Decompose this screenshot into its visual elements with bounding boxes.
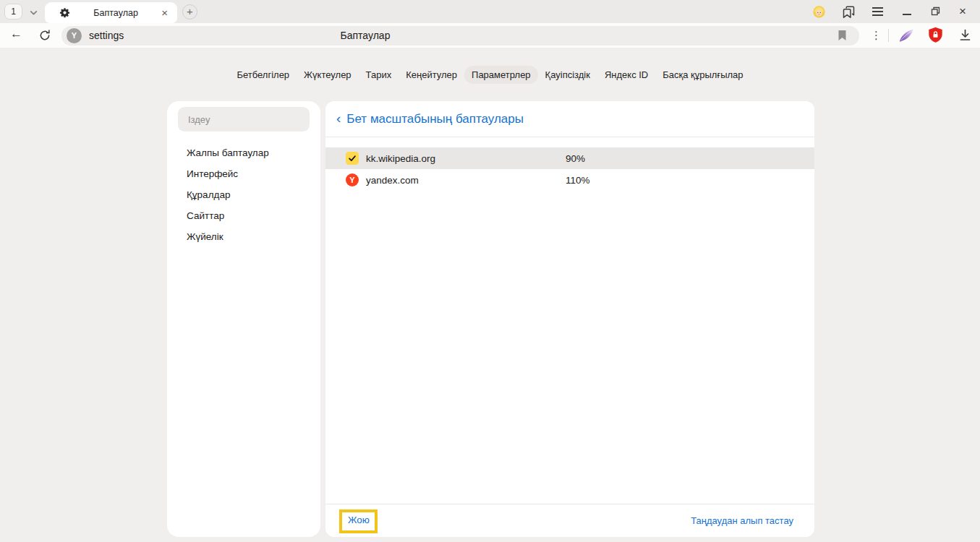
omnibox-menu-dots-icon[interactable]: ⋮: [871, 26, 882, 45]
tab-close-icon[interactable]: ×: [161, 7, 168, 18]
protect-shield-icon[interactable]: [928, 27, 943, 46]
table-row-wikipedia[interactable]: kk.wikipedia.org 90%: [325, 147, 814, 169]
page-title[interactable]: Бет масштабының баптаулары: [346, 112, 524, 126]
tab-title: Баптаулар: [70, 8, 161, 18]
search-input[interactable]: [178, 107, 310, 132]
chevron-down-icon: [29, 7, 38, 17]
omnibox-page-title: Баптаулар: [61, 26, 669, 46]
sidebar-item-tools[interactable]: Құралдар: [167, 184, 320, 205]
zoom-value: 90%: [566, 153, 585, 164]
site-name: yandex.com: [366, 175, 419, 186]
tab-history[interactable]: Тарих: [359, 66, 399, 84]
new-tab-button[interactable]: +: [182, 4, 197, 20]
profile-avatar[interactable]: [813, 6, 825, 21]
settings-sidebar: Жалпы баптаулар Интерфейс Құралдар Сайтт…: [167, 101, 320, 537]
sidebar-item-interface[interactable]: Интерфейс: [167, 163, 320, 184]
deselect-all-link[interactable]: Таңдаудан алып тастау: [691, 515, 793, 526]
bookmark-icon[interactable]: [838, 30, 847, 44]
tabs-panel-icon[interactable]: [842, 5, 856, 22]
tab-downloads[interactable]: Жүктеулер: [297, 66, 359, 84]
reload-icon[interactable]: [38, 29, 51, 45]
site-name: kk.wikipedia.org: [366, 153, 435, 164]
tab-counter-button[interactable]: 1: [4, 4, 22, 20]
downloads-icon[interactable]: [958, 28, 972, 45]
tab-bookmarks[interactable]: Бетбелгілер: [229, 66, 297, 84]
sidebar-list: Жалпы баптаулар Интерфейс Құралдар Сайтт…: [167, 142, 320, 247]
tab-extensions[interactable]: Кеңейтулер: [399, 66, 464, 84]
panel-header: ‹ Бет масштабының баптаулары: [325, 101, 814, 137]
table-row-yandex[interactable]: Y yandex.com 110%: [325, 169, 814, 191]
tab-strip: 1 Баптаулар × +: [0, 0, 980, 23]
site-zoom-list: kk.wikipedia.org 90% Y yandex.com 110%: [325, 147, 814, 191]
tab-list-dropdown-button[interactable]: [26, 7, 41, 17]
browser-menu-icon[interactable]: [872, 7, 883, 19]
delete-button[interactable]: Жою: [348, 515, 370, 525]
window-restore-button[interactable]: [930, 6, 941, 20]
checkbox-checked-icon[interactable]: [346, 152, 359, 165]
tab-yandex-id[interactable]: Яндекс ID: [597, 66, 655, 84]
gear-icon: [59, 7, 70, 18]
back-icon[interactable]: ←: [10, 27, 22, 41]
sidebar-item-general[interactable]: Жалпы баптаулар: [167, 142, 320, 163]
toolbar-separator: [888, 29, 889, 42]
sidebar-item-system[interactable]: Жүйелік: [167, 226, 320, 247]
tab-other-devices[interactable]: Басқа құрылғылар: [655, 66, 750, 84]
browser-tab-settings[interactable]: Баптаулар ×: [45, 2, 177, 23]
window-close-button[interactable]: ×: [959, 4, 966, 19]
omnibox[interactable]: Y settings Баптаулар: [61, 26, 859, 46]
window-minimize-button[interactable]: [903, 14, 911, 15]
back-chevron-icon[interactable]: ‹: [336, 111, 341, 126]
tab-security[interactable]: Қауіпсіздік: [538, 66, 597, 84]
tab-settings[interactable]: Параметрлер: [464, 66, 538, 84]
sidebar-item-sites[interactable]: Сайттар: [167, 205, 320, 226]
address-toolbar: ← Y settings Баптаулар ⋮: [0, 23, 980, 48]
zoom-value: 110%: [566, 175, 590, 186]
page-zoom-settings-panel: ‹ Бет масштабының баптаулары kk.wikipedi…: [325, 101, 814, 537]
settings-nav-tabs: Бетбелгілер Жүктеулер Тарих Кеңейтулер П…: [0, 66, 980, 84]
feather-extension-icon[interactable]: [897, 27, 915, 47]
panel-footer: Жою Таңдаудан алып тастау: [325, 504, 814, 537]
yandex-favicon: Y: [346, 173, 359, 186]
